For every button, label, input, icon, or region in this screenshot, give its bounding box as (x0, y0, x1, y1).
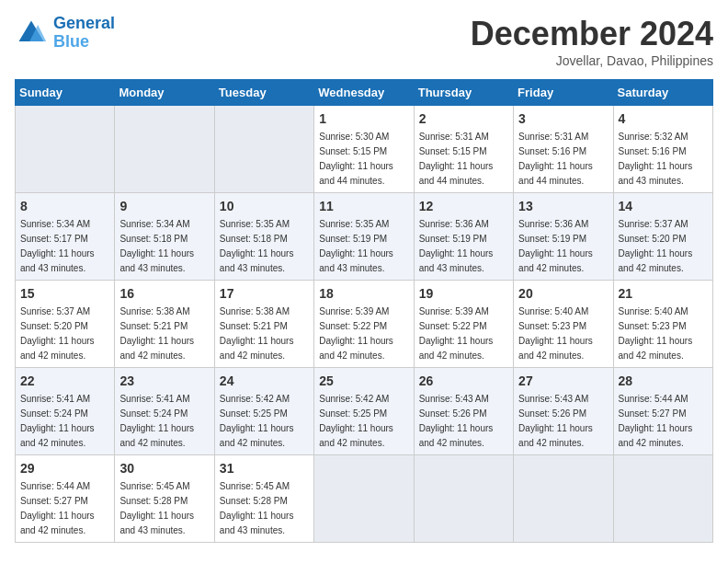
day-info: Sunrise: 5:30 AMSunset: 5:15 PMDaylight:… (319, 132, 393, 186)
calendar-table: SundayMondayTuesdayWednesdayThursdayFrid… (15, 79, 713, 543)
calendar-cell: 14 Sunrise: 5:37 AMSunset: 5:20 PMDaylig… (613, 193, 712, 281)
day-info: Sunrise: 5:31 AMSunset: 5:15 PMDaylight:… (419, 132, 494, 186)
logo: General Blue (15, 15, 115, 52)
day-info: Sunrise: 5:38 AMSunset: 5:21 PMDaylight:… (119, 306, 194, 361)
calendar-cell: 3 Sunrise: 5:31 AMSunset: 5:16 PMDayligh… (514, 106, 613, 193)
calendar-cell: 10 Sunrise: 5:35 AMSunset: 5:18 PMDaylig… (214, 193, 313, 281)
calendar-week-row: 8 Sunrise: 5:34 AMSunset: 5:17 PMDayligh… (16, 193, 713, 281)
calendar-cell: 19 Sunrise: 5:39 AMSunset: 5:22 PMDaylig… (414, 281, 513, 368)
day-number: 17 (220, 284, 309, 303)
calendar-week-row: 15 Sunrise: 5:37 AMSunset: 5:20 PMDaylig… (16, 281, 713, 368)
calendar-week-row: 29 Sunrise: 5:44 AMSunset: 5:27 PMDaylig… (16, 455, 713, 543)
calendar-cell: 12 Sunrise: 5:36 AMSunset: 5:19 PMDaylig… (414, 193, 513, 281)
day-number: 28 (619, 372, 708, 390)
day-info: Sunrise: 5:44 AMSunset: 5:27 PMDaylight:… (619, 394, 693, 448)
column-header-tuesday: Tuesday (214, 80, 313, 106)
day-info: Sunrise: 5:32 AMSunset: 5:16 PMDaylight:… (619, 132, 693, 186)
calendar-cell: 25 Sunrise: 5:42 AMSunset: 5:25 PMDaylig… (314, 368, 414, 455)
day-info: Sunrise: 5:41 AMSunset: 5:24 PMDaylight:… (20, 394, 95, 448)
calendar-cell: 28 Sunrise: 5:44 AMSunset: 5:27 PMDaylig… (613, 368, 712, 455)
day-number: 1 (319, 109, 408, 128)
day-info: Sunrise: 5:40 AMSunset: 5:23 PMDaylight:… (619, 306, 693, 361)
day-number: 29 (20, 459, 109, 477)
day-number: 26 (419, 372, 508, 390)
column-header-friday: Friday (514, 80, 613, 106)
calendar-cell (214, 106, 313, 193)
day-number: 22 (20, 372, 109, 390)
day-info: Sunrise: 5:40 AMSunset: 5:23 PMDaylight:… (518, 306, 593, 361)
column-header-wednesday: Wednesday (314, 80, 414, 106)
day-number: 16 (119, 284, 209, 303)
day-number: 10 (220, 197, 309, 215)
column-header-thursday: Thursday (414, 80, 513, 106)
day-number: 2 (419, 109, 508, 128)
day-info: Sunrise: 5:43 AMSunset: 5:26 PMDaylight:… (518, 394, 593, 448)
day-number: 8 (20, 197, 109, 215)
calendar-cell: 1 Sunrise: 5:30 AMSunset: 5:15 PMDayligh… (314, 106, 414, 193)
day-number: 15 (20, 284, 109, 303)
calendar-cell: 13 Sunrise: 5:36 AMSunset: 5:19 PMDaylig… (514, 193, 613, 281)
calendar-week-row: 1 Sunrise: 5:30 AMSunset: 5:15 PMDayligh… (16, 106, 713, 193)
calendar-cell: 4 Sunrise: 5:32 AMSunset: 5:16 PMDayligh… (613, 106, 712, 193)
month-title: December 2024 (471, 15, 713, 53)
calendar-cell: 22 Sunrise: 5:41 AMSunset: 5:24 PMDaylig… (16, 368, 115, 455)
calendar-cell: 2 Sunrise: 5:31 AMSunset: 5:15 PMDayligh… (414, 106, 513, 193)
day-number: 30 (119, 459, 209, 477)
day-number: 21 (619, 284, 708, 303)
day-info: Sunrise: 5:38 AMSunset: 5:21 PMDaylight:… (220, 306, 294, 361)
column-header-sunday: Sunday (16, 80, 115, 106)
calendar-cell (115, 106, 214, 193)
calendar-cell: 11 Sunrise: 5:35 AMSunset: 5:19 PMDaylig… (314, 193, 414, 281)
title-block: December 2024 Jovellar, Davao, Philippin… (471, 15, 713, 68)
day-number: 4 (619, 109, 708, 128)
day-number: 13 (518, 197, 608, 215)
day-info: Sunrise: 5:35 AMSunset: 5:18 PMDaylight:… (220, 219, 294, 273)
day-number: 18 (319, 284, 408, 303)
calendar-cell: 15 Sunrise: 5:37 AMSunset: 5:20 PMDaylig… (16, 281, 115, 368)
day-info: Sunrise: 5:35 AMSunset: 5:19 PMDaylight:… (319, 219, 393, 273)
day-info: Sunrise: 5:37 AMSunset: 5:20 PMDaylight:… (619, 219, 693, 273)
day-info: Sunrise: 5:42 AMSunset: 5:25 PMDaylight:… (220, 394, 294, 448)
day-info: Sunrise: 5:39 AMSunset: 5:22 PMDaylight:… (419, 306, 494, 361)
location: Jovellar, Davao, Philippines (471, 53, 713, 68)
calendar-cell: 30 Sunrise: 5:45 AMSunset: 5:28 PMDaylig… (115, 455, 214, 543)
calendar-header-row: SundayMondayTuesdayWednesdayThursdayFrid… (16, 80, 713, 106)
column-header-monday: Monday (115, 80, 214, 106)
column-header-saturday: Saturday (613, 80, 712, 106)
day-number: 14 (619, 197, 708, 215)
day-number: 27 (518, 372, 608, 390)
logo-icon (15, 17, 48, 50)
day-info: Sunrise: 5:37 AMSunset: 5:20 PMDaylight:… (20, 306, 95, 361)
calendar-cell: 24 Sunrise: 5:42 AMSunset: 5:25 PMDaylig… (214, 368, 313, 455)
calendar-cell: 27 Sunrise: 5:43 AMSunset: 5:26 PMDaylig… (514, 368, 613, 455)
day-info: Sunrise: 5:39 AMSunset: 5:22 PMDaylight:… (319, 306, 393, 361)
calendar-cell (414, 455, 513, 543)
day-info: Sunrise: 5:43 AMSunset: 5:26 PMDaylight:… (419, 394, 494, 448)
day-info: Sunrise: 5:45 AMSunset: 5:28 PMDaylight:… (220, 481, 294, 535)
calendar-cell (514, 455, 613, 543)
calendar-cell (314, 455, 414, 543)
day-number: 19 (419, 284, 508, 303)
day-info: Sunrise: 5:42 AMSunset: 5:25 PMDaylight:… (319, 394, 393, 448)
day-number: 31 (220, 459, 309, 477)
day-info: Sunrise: 5:36 AMSunset: 5:19 PMDaylight:… (419, 219, 494, 273)
day-info: Sunrise: 5:31 AMSunset: 5:16 PMDaylight:… (518, 132, 593, 186)
day-number: 23 (119, 372, 209, 390)
day-number: 3 (518, 109, 608, 128)
calendar-cell: 20 Sunrise: 5:40 AMSunset: 5:23 PMDaylig… (514, 281, 613, 368)
day-number: 11 (319, 197, 408, 215)
day-number: 12 (419, 197, 508, 215)
day-info: Sunrise: 5:34 AMSunset: 5:18 PMDaylight:… (119, 219, 194, 273)
calendar-cell: 26 Sunrise: 5:43 AMSunset: 5:26 PMDaylig… (414, 368, 513, 455)
calendar-cell: 9 Sunrise: 5:34 AMSunset: 5:18 PMDayligh… (115, 193, 214, 281)
calendar-cell: 29 Sunrise: 5:44 AMSunset: 5:27 PMDaylig… (16, 455, 115, 543)
day-info: Sunrise: 5:41 AMSunset: 5:24 PMDaylight:… (119, 394, 194, 448)
calendar-cell: 17 Sunrise: 5:38 AMSunset: 5:21 PMDaylig… (214, 281, 313, 368)
logo-text: General Blue (53, 15, 115, 52)
day-number: 24 (220, 372, 309, 390)
day-info: Sunrise: 5:44 AMSunset: 5:27 PMDaylight:… (20, 481, 95, 535)
calendar-cell: 8 Sunrise: 5:34 AMSunset: 5:17 PMDayligh… (16, 193, 115, 281)
day-info: Sunrise: 5:45 AMSunset: 5:28 PMDaylight:… (119, 481, 194, 535)
calendar-cell (613, 455, 712, 543)
page-header: General Blue December 2024 Jovellar, Dav… (15, 15, 713, 68)
